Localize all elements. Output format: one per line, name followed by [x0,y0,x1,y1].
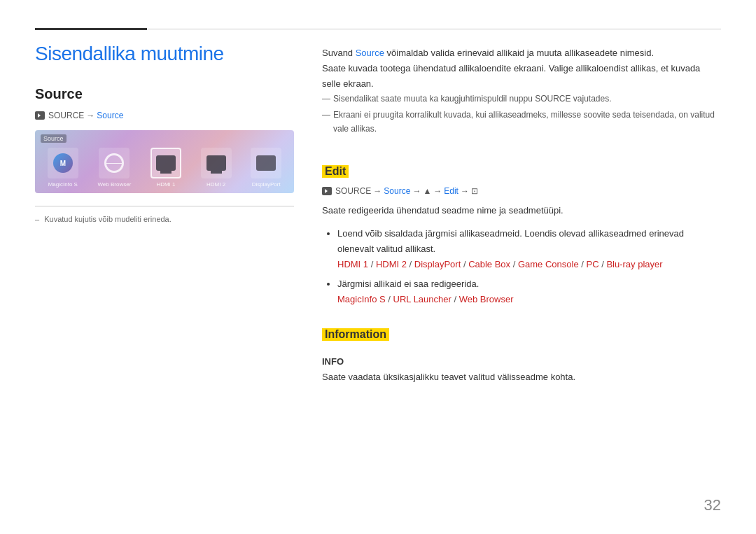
carousel-label-hdmi2: HDMI 2 [206,181,225,188]
bullet-2-text: Järgmisi allikaid ei saa redigeerida. [337,279,479,289]
edit-intro: Saate redigeerida ühendatud seadme nime … [322,203,721,218]
intro-text-block: Suvand Source võimaldab valida erinevaid… [322,45,721,136]
edit-arrow4: → [461,186,469,196]
dp-icon [256,155,276,171]
carousel-label-dp: DisplayPort [252,181,281,188]
edit-links-row-2: MagicInfo S / URL Launcher / Web Browser [337,294,514,304]
link-magicinfo: MagicInfo S [337,294,386,304]
intro-line-1: Suvand Source võimaldab valida erinevaid… [322,45,721,61]
edit-section: Edit SOURCE → Source → ▲ → Edit → ⊡ Saat… [322,151,721,307]
left-column: Sisendallika muutmine Source SOURCE → So… [35,43,294,513]
carousel-item-magicinfo[interactable]: MagicInfo S [48,148,78,188]
edit-nav-path: SOURCE → Source → ▲ → Edit → ⊡ [322,186,721,196]
dash-prefix: – [35,215,39,223]
link-hdmi1: HDMI 1 [337,259,368,269]
link-gameconsole: Game Console [518,259,579,269]
carousel-icon-magicinfo [48,148,78,178]
link-hdmi2: HDMI 2 [376,259,407,269]
link-pc: PC [587,259,599,269]
sep7: / [386,294,393,304]
page-container: Sisendallika muutmine Source SOURCE → So… [0,0,756,534]
carousel-label: Source [41,134,66,143]
magicinfo-icon [53,153,73,173]
link-urllauncher: URL Launcher [393,294,451,304]
link-cablebox: Cable Box [468,259,510,269]
sep5: / [579,259,587,269]
carousel-label-hdmi1: HDMI 1 [156,181,175,188]
carousel-item-dp[interactable]: DisplayPort [251,148,281,188]
edit-source-icon [322,187,332,195]
link-dp: DisplayPort [414,259,461,269]
edit-nav-edit-link: Edit [444,186,458,196]
main-content: Sisendallika muutmine Source SOURCE → So… [35,43,721,513]
right-column: Suvand Source võimaldab valida erinevaid… [322,43,721,513]
information-heading: Information [322,328,389,341]
nav-arrow: → [86,111,94,120]
sep4: / [510,259,518,269]
link-bluray: Blu-ray player [606,259,662,269]
info-label: INFO [322,356,721,367]
sep3: / [461,259,468,269]
carousel-icon-hdmi2 [201,148,232,178]
carousel-label-webbrowser: Web Browser [97,181,131,188]
indent-note-2: Ekraani ei pruugita korralikult kuvada, … [322,108,721,136]
source-nav-icon [35,111,45,120]
indent-note-1: Sisendalikat saate muuta ka kaugjuhtimis… [322,92,721,106]
carousel-item-webbrowser[interactable]: Web Browser [97,148,131,188]
carousel-item-hdmi1[interactable]: HDMI 1 [150,148,181,188]
rule-light [147,29,721,29]
sep1: / [368,259,376,269]
section-title-source: Source [35,86,294,102]
bullet-item-2: Järgmisi allikaid ei saa redigeerida. Ma… [337,276,721,307]
carousel-icon-hdmi1 [150,148,181,178]
carousel-icon-webbrowser [99,148,130,178]
intro-line-2: Saate kuvada tootega ühendatud allikaloe… [322,61,721,92]
hdmi1-icon [156,155,176,171]
information-section: Information INFO Saate vaadata üksikasja… [322,314,721,385]
page-number: 32 [704,496,721,514]
edit-arrow1: → [373,186,382,196]
carousel-note: – Kuvatud kujutis võib mudeliti erineda. [35,215,294,223]
webbrowser-icon [104,153,124,173]
nav-source-label: SOURCE [48,111,84,120]
bullet-1-text: Loend võib sisaldada järgmisi allikasead… [337,228,684,254]
hdmi2-icon [206,155,226,171]
edit-nav-source: SOURCE [335,186,371,196]
sep2: / [407,259,414,269]
sep6: / [599,259,607,269]
edit-arrow2: → [412,186,421,196]
carousel-items: MagicInfo S Web Browser HDMI 1 [41,148,288,188]
source-carousel: Source MagicInfo S Web Browser [35,130,294,193]
page-title: Sisendallika muutmine [35,43,294,65]
intro-source-link: Source [356,48,384,58]
edit-heading: Edit [322,165,349,178]
edit-up-arrow: ▲ [423,186,431,196]
carousel-label-magicinfo: MagicInfo S [48,181,78,188]
carousel-item-hdmi2[interactable]: HDMI 2 [201,148,232,188]
edit-arrow3: → [433,186,442,196]
nav-path-source: SOURCE → Source [35,111,294,120]
carousel-icon-dp [251,148,281,178]
information-text: Saate vaadata üksikasjalikku teavet vali… [322,370,721,385]
edit-bullet-list: Loend võib sisaldada järgmisi allikasead… [322,226,721,307]
sep8: / [451,294,459,304]
link-webbrowser: Web Browser [459,294,514,304]
nav-link-source: Source [97,111,123,120]
top-rules [35,28,721,30]
edit-links-row-1: HDMI 1 / HDMI 2 / DisplayPort / Cable Bo… [337,259,663,269]
bullet-item-1: Loend võib sisaldada järgmisi allikasead… [337,226,721,272]
rule-dark [35,28,147,30]
edit-nav-source-link: Source [384,186,410,196]
edit-icon-sym: ⊡ [471,186,478,196]
left-divider [35,206,294,206]
